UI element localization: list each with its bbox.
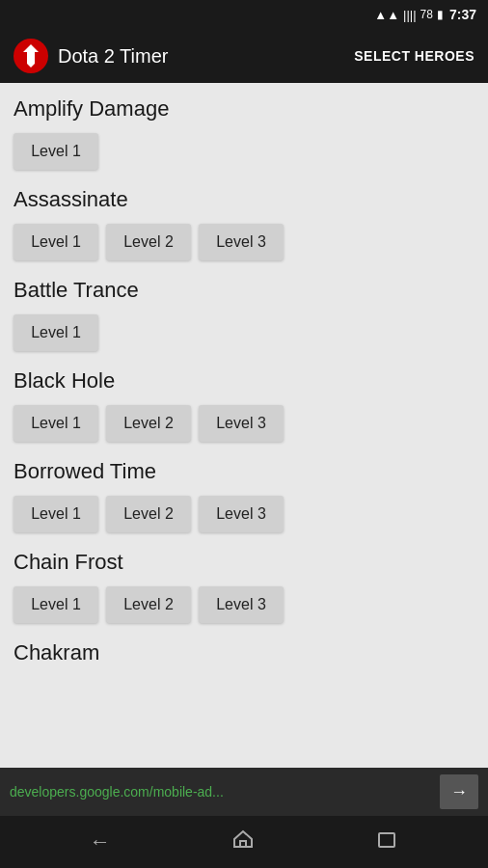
- level-button-4-0[interactable]: Level 1: [14, 496, 98, 532]
- back-icon: ←: [90, 829, 111, 854]
- status-time: 7:37: [449, 7, 476, 22]
- skill-section-3: Black HoleLevel 1Level 2Level 3: [14, 365, 474, 442]
- skill-levels-1: Level 1Level 2Level 3: [14, 224, 474, 260]
- level-button-5-0[interactable]: Level 1: [14, 586, 98, 623]
- skill-name-4: Borrowed Time: [14, 455, 474, 488]
- skill-section-1: AssassinateLevel 1Level 2Level 3: [14, 183, 474, 260]
- skill-name-2: Battle Trance: [14, 274, 474, 307]
- skill-levels-4: Level 1Level 2Level 3: [14, 496, 474, 532]
- recent-button[interactable]: [375, 827, 398, 856]
- svg-rect-1: [240, 841, 246, 847]
- status-bar: ▲▲ |||| 78 ▮ 7:37: [0, 0, 488, 29]
- skill-name-5: Chain Frost: [14, 546, 474, 579]
- skill-levels-5: Level 1Level 2Level 3: [14, 586, 474, 623]
- ad-arrow-icon: →: [450, 782, 468, 802]
- app-title: Dota 2 Timer: [58, 45, 168, 68]
- select-heroes-button[interactable]: SELECT HEROES: [354, 48, 474, 64]
- home-button[interactable]: [231, 827, 255, 856]
- level-button-3-2[interactable]: Level 3: [199, 405, 284, 442]
- level-button-3-0[interactable]: Level 1: [14, 405, 98, 442]
- skill-section-4: Borrowed TimeLevel 1Level 2Level 3: [14, 455, 474, 532]
- ad-url: developers.google.com/mobile-ad...: [10, 784, 440, 800]
- level-button-4-1[interactable]: Level 2: [106, 496, 191, 532]
- battery-level: 78: [420, 8, 433, 21]
- nav-bar: ←: [0, 816, 488, 868]
- level-button-5-1[interactable]: Level 2: [106, 586, 191, 623]
- level-button-0-0[interactable]: Level 1: [14, 133, 98, 170]
- skill-name-3: Black Hole: [14, 365, 474, 397]
- battery-icon: ▮: [437, 8, 444, 21]
- status-icons: ▲▲ |||| 78 ▮: [374, 8, 444, 22]
- skill-name-1: Assassinate: [14, 183, 474, 216]
- skill-section-2: Battle TranceLevel 1: [14, 274, 474, 351]
- level-button-4-2[interactable]: Level 3: [199, 496, 284, 532]
- app-header-left: Dota 2 Timer: [14, 39, 168, 73]
- skill-section-5: Chain FrostLevel 1Level 2Level 3: [14, 546, 474, 623]
- level-button-1-0[interactable]: Level 1: [14, 224, 98, 260]
- app-header: Dota 2 Timer SELECT HEROES: [0, 29, 488, 83]
- level-button-2-0[interactable]: Level 1: [14, 314, 98, 351]
- skill-levels-3: Level 1Level 2Level 3: [14, 405, 474, 442]
- home-icon: [231, 827, 255, 856]
- recent-icon: [375, 827, 398, 856]
- app-logo: [14, 39, 48, 73]
- level-button-1-1[interactable]: Level 2: [106, 224, 191, 260]
- svg-rect-2: [379, 833, 394, 847]
- skill-section-0: Amplify DamageLevel 1: [14, 93, 474, 170]
- skill-name-6: Chakram: [14, 637, 474, 669]
- skill-section-6: Chakram: [14, 637, 474, 669]
- skill-name-0: Amplify Damage: [14, 93, 474, 125]
- skill-levels-2: Level 1: [14, 314, 474, 351]
- level-button-1-2[interactable]: Level 3: [199, 224, 284, 260]
- ad-banner: developers.google.com/mobile-ad... →: [0, 768, 488, 816]
- signal-icon: ||||: [403, 8, 417, 22]
- wifi-icon: ▲▲: [374, 8, 399, 22]
- back-button[interactable]: ←: [90, 829, 111, 854]
- level-button-3-1[interactable]: Level 2: [106, 405, 191, 442]
- level-button-5-2[interactable]: Level 3: [199, 586, 284, 623]
- ad-arrow-button[interactable]: →: [440, 774, 478, 809]
- main-content: Amplify DamageLevel 1AssassinateLevel 1L…: [0, 83, 488, 768]
- skill-levels-0: Level 1: [14, 133, 474, 170]
